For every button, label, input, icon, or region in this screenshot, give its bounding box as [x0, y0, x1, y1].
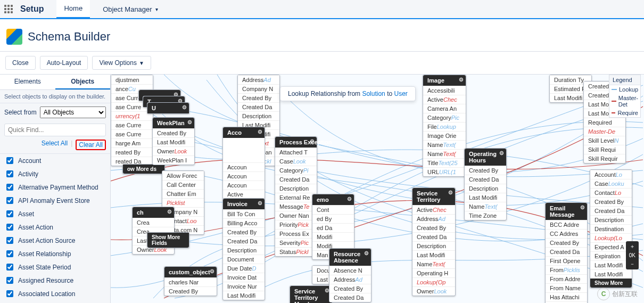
gear-icon[interactable]: ⚙	[187, 119, 192, 125]
zoom-control[interactable]: ＋ 0K －	[626, 241, 639, 269]
object-card-fragment[interactable]: djustmen anceCu ase Curre ase Curre urre…	[111, 75, 153, 166]
list-item[interactable]: Associated Location	[0, 287, 110, 300]
schema-canvas[interactable]: djustmen anceCu ase Curre ase Curre urre…	[111, 75, 644, 303]
select-from-dropdown[interactable]: All Objects	[40, 107, 106, 118]
show-more-pill[interactable]: ow More ds	[122, 164, 165, 174]
list-item-label: Alternative Payment Method	[18, 184, 98, 191]
nav-tab-object-manager-label: Object Manager	[103, 5, 152, 13]
object-card-weekplan[interactable]: WeekPlan⚙ Created By Last Modifi OwnerLo…	[152, 117, 195, 165]
sidebar-tabs: Elements Objects	[0, 75, 110, 90]
checkbox[interactable]	[6, 210, 13, 217]
gear-icon[interactable]: ⚙	[347, 196, 352, 202]
list-item[interactable]: Authorization Form	[0, 300, 110, 303]
object-card-email-message[interactable]: Email Message⚙ BCC Addre CC Addres Creat…	[545, 202, 588, 303]
list-item[interactable]: Alternative Payment Method	[0, 181, 110, 194]
setup-label: Setup	[20, 4, 44, 14]
view-options-label: View Options	[99, 59, 136, 67]
object-card-stack[interactable]: U⚙	[147, 102, 189, 114]
checkbox[interactable]	[6, 197, 13, 204]
view-options-button[interactable]: View Options▼	[92, 56, 151, 70]
watermark-text: 创新互联	[612, 290, 638, 299]
schema-builder-icon	[6, 29, 22, 45]
show-more-pill[interactable]: Show More Fields	[147, 232, 189, 248]
checkbox[interactable]	[6, 224, 13, 231]
checkbox[interactable]	[6, 264, 13, 271]
app-launcher-icon[interactable]	[4, 5, 13, 13]
gear-icon[interactable]: ⚙	[364, 250, 369, 256]
tab-objects[interactable]: Objects	[55, 75, 111, 89]
select-all-link[interactable]: Select All	[42, 140, 68, 150]
list-item[interactable]: Assigned Resource	[0, 274, 110, 287]
zoom-level: 0K	[627, 252, 638, 259]
checkbox[interactable]	[6, 290, 13, 297]
tooltip-link-user[interactable]: User	[394, 90, 407, 97]
nav-tab-home[interactable]: Home	[56, 0, 90, 19]
global-header: Setup Home Object Manager▾	[0, 0, 644, 19]
zoom-in-button[interactable]: ＋	[628, 242, 637, 251]
object-card-account[interactable]: Acco⚙ Accoun Accoun Accoun Active	[222, 127, 265, 199]
gear-icon[interactable]: ⚙	[210, 268, 214, 274]
checkbox[interactable]	[6, 170, 13, 177]
checkbox[interactable]	[6, 157, 13, 164]
page-title: Schema Builder	[28, 30, 110, 44]
list-item[interactable]: Asset Action	[0, 220, 110, 234]
gear-icon[interactable]: ⚙	[448, 190, 453, 195]
list-item[interactable]: Account	[0, 154, 110, 167]
list-item-label: Account	[18, 157, 41, 165]
checkbox[interactable]	[6, 184, 13, 191]
object-card-resource-absence[interactable]: Resource Absence⚙ Absence N AddressAd Cr…	[329, 248, 371, 302]
checkbox[interactable]	[6, 237, 13, 244]
object-card-operating-hours[interactable]: Operating Hours⚙ Created By Created Da D…	[464, 148, 507, 220]
list-item[interactable]: Asset	[0, 207, 110, 220]
list-item[interactable]: Activity	[0, 167, 110, 181]
nav-tab-object-manager[interactable]: Object Manager▾	[95, 0, 166, 19]
gear-icon[interactable]: ⚙	[310, 138, 315, 144]
legend-panel: Legend Lookup Master-Det Require	[609, 75, 641, 118]
list-item-label: Asset State Period	[18, 264, 71, 271]
object-card-service-territory-member[interactable]: Service Territory Member⚙	[290, 285, 332, 303]
list-item[interactable]: Asset Action Source	[0, 234, 110, 247]
checkbox[interactable]	[6, 277, 13, 284]
gear-icon[interactable]: ⚙	[499, 150, 504, 156]
chevron-down-icon: ▾	[155, 6, 158, 12]
auto-layout-button[interactable]: Auto-Layout	[40, 56, 88, 70]
tab-elements[interactable]: Elements	[0, 75, 55, 89]
gear-icon[interactable]: ⚙	[167, 209, 172, 215]
quick-find-input[interactable]	[4, 124, 106, 136]
object-card-fragment[interactable]: AccountLo CaseLooku ContactLo Created By…	[590, 169, 632, 288]
checkbox[interactable]	[6, 250, 13, 257]
nav-tab-home-label: Home	[64, 4, 82, 12]
object-card-custom[interactable]: custom_object⚙ charles Nar Created By	[164, 266, 217, 296]
sidebar-hint: Select objects to display on the builder…	[0, 90, 110, 103]
list-item-label: Asset	[18, 210, 34, 218]
clear-all-link[interactable]: Clear All	[79, 141, 103, 149]
object-card-process-exception[interactable]: Process Exception⚙ Attached T CaseLook C…	[275, 136, 317, 257]
select-from-label: Select from	[4, 109, 37, 116]
gear-icon[interactable]: ⚙	[580, 204, 585, 210]
relationship-tooltip: Lookup Relationship from Solution to Use…	[280, 86, 416, 101]
workspace: Elements Objects Select objects to displ…	[0, 75, 644, 303]
list-item[interactable]: Asset Relationship	[0, 247, 110, 260]
gear-icon[interactable]: ⚙	[258, 129, 262, 135]
list-item[interactable]: API Anomaly Event Store	[0, 194, 110, 207]
object-card-service-territory[interactable]: Service Territory⚙ ActiveChec AddressAd …	[412, 187, 456, 296]
select-links: Select All | Clear All	[0, 138, 110, 153]
object-card-invoice[interactable]: Invoice⚙ Bill To Con Billing Acco Create…	[222, 198, 265, 300]
list-item-label: Activity	[18, 170, 38, 178]
card-header[interactable]: WeekPlan⚙	[153, 118, 194, 128]
list-item-label: API Anomaly Event Store	[18, 197, 90, 204]
close-button[interactable]: Close	[5, 56, 36, 70]
legend-title: Legend	[609, 75, 640, 85]
show-more-label[interactable]: Show More	[590, 279, 632, 288]
gear-icon[interactable]: ⚙	[258, 200, 262, 206]
field-row: WeekPlan I	[153, 155, 194, 165]
tooltip-link-solution[interactable]: Solution	[362, 90, 385, 97]
legend-row: Master-Det	[609, 94, 640, 109]
zoom-out-button[interactable]: －	[628, 260, 637, 268]
gear-icon[interactable]: ⚙	[182, 104, 187, 110]
list-item[interactable]: Asset State Period	[0, 260, 110, 274]
object-card-image[interactable]: Image⚙ Accessibili ActiveChec Camera An …	[423, 75, 466, 177]
gear-icon[interactable]: ⚙	[459, 77, 464, 83]
list-item-label: Associated Location	[18, 290, 75, 298]
page-title-bar: Schema Builder	[0, 19, 644, 51]
